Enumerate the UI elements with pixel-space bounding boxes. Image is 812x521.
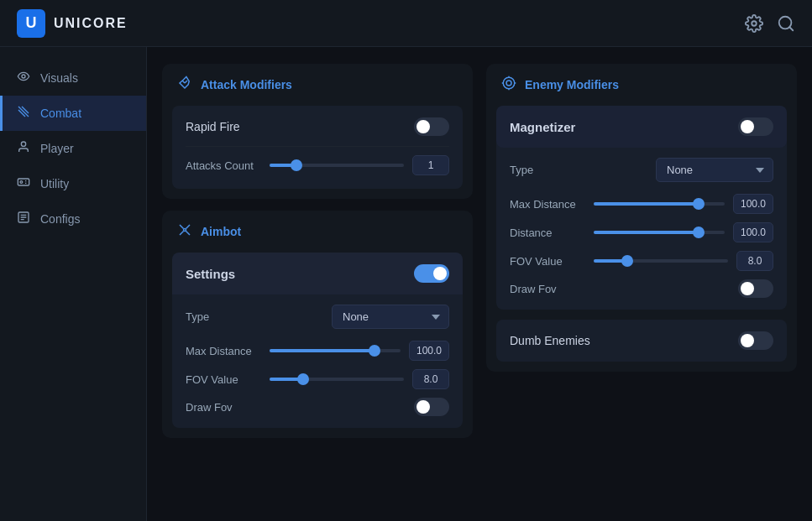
svg-line-2 xyxy=(789,27,793,30)
magnetizer-max-distance-fill xyxy=(594,202,699,206)
magnetizer-body: Type None Max Distance xyxy=(496,148,787,310)
aimbot-max-distance-thumb[interactable] xyxy=(369,345,380,357)
aimbot-settings-toggle[interactable] xyxy=(414,264,449,283)
magnetizer-draw-fov-toggle[interactable] xyxy=(738,279,773,298)
aimbot-draw-fov-toggle[interactable] xyxy=(414,398,449,416)
sidebar-item-combat-label: Combat xyxy=(40,107,81,120)
aimbot-type-label: Type xyxy=(186,310,209,323)
utility-icon xyxy=(17,175,30,192)
aimbot-fov-value: 8.0 xyxy=(412,369,449,389)
magnetizer-fov-track[interactable] xyxy=(594,259,728,263)
search-button[interactable] xyxy=(777,14,795,33)
svg-point-4 xyxy=(21,142,25,146)
svg-point-8 xyxy=(184,229,186,232)
magnetizer-distance-container xyxy=(594,231,725,234)
search-icon xyxy=(777,14,795,33)
attack-modifiers-section: Attack Modifiers Rapid Fire Attacks Coun… xyxy=(162,64,473,199)
aimbot-settings-card: Settings Type None Max Distance xyxy=(172,253,463,428)
magnetizer-fov-container xyxy=(594,259,728,263)
sidebar-item-utility[interactable]: Utility xyxy=(0,166,146,201)
aimbot-settings-label: Settings xyxy=(186,267,235,281)
aimbot-draw-fov-label: Draw Fov xyxy=(186,401,261,414)
combat-icon xyxy=(17,105,30,122)
magnetizer-max-distance-track[interactable] xyxy=(594,202,725,206)
dumb-enemies-label: Dumb Enemies xyxy=(510,334,590,347)
configs-icon xyxy=(17,211,30,227)
attacks-count-thumb[interactable] xyxy=(291,159,302,171)
dumb-enemies-toggle[interactable] xyxy=(738,331,773,350)
aimbot-icon xyxy=(177,222,192,241)
magnetizer-fov-label: FOV Value xyxy=(510,255,585,268)
sidebar-item-player[interactable]: Player xyxy=(0,131,146,166)
magnetizer-max-distance-container xyxy=(594,202,725,206)
sidebar-item-visuals[interactable]: Visuals xyxy=(0,60,146,96)
magnetizer-type-label: Type xyxy=(510,164,533,176)
rapid-fire-divider xyxy=(186,146,449,147)
main-layout: Visuals Combat Player xyxy=(0,47,812,521)
gear-icon xyxy=(745,14,763,33)
magnetizer-max-distance-thumb[interactable] xyxy=(693,198,705,210)
sidebar-item-visuals-label: Visuals xyxy=(40,71,78,85)
svg-point-0 xyxy=(752,21,757,26)
rapid-fire-label: Rapid Fire xyxy=(186,120,240,133)
magnetizer-draw-fov-row: Draw Fov xyxy=(510,273,773,301)
aimbot-type-select[interactable]: None xyxy=(332,305,449,329)
app-logo: U xyxy=(17,9,45,38)
magnetizer-max-distance-value: 100.0 xyxy=(733,194,773,214)
aimbot-fov-track[interactable] xyxy=(270,378,404,381)
enemy-modifiers-header: Enemy Modifiers xyxy=(486,64,797,106)
sidebar-item-utility-label: Utility xyxy=(40,177,69,190)
magnetizer-header: Magnetizer xyxy=(496,106,787,148)
svg-point-9 xyxy=(503,77,515,89)
svg-point-6 xyxy=(20,181,23,184)
magnetizer-fov-row: FOV Value 8.0 xyxy=(510,244,773,273)
sidebar-item-combat[interactable]: Combat xyxy=(0,96,146,131)
magnetizer-card: Magnetizer Type None Max Distance xyxy=(496,106,787,310)
aimbot-type-row: Type None xyxy=(186,300,449,334)
aimbot-header: Aimbot xyxy=(162,211,473,253)
sidebar-item-configs[interactable]: Configs xyxy=(0,201,146,237)
header-actions xyxy=(745,14,795,33)
enemy-modifiers-icon xyxy=(501,76,516,94)
magnetizer-type-select[interactable]: None xyxy=(656,158,773,182)
header-logo-area: U UNICORE xyxy=(17,9,128,38)
player-icon xyxy=(17,140,30,157)
aimbot-max-distance-label: Max Distance xyxy=(186,345,261,357)
magnetizer-toggle[interactable] xyxy=(738,117,773,136)
aimbot-fov-slider-container xyxy=(270,378,404,381)
aimbot-max-distance-track[interactable] xyxy=(270,349,401,352)
rapid-fire-card: Rapid Fire Attacks Count 1 xyxy=(172,106,463,189)
magnetizer-distance-fill xyxy=(594,231,699,234)
attack-modifiers-title: Attack Modifiers xyxy=(201,78,292,91)
visuals-icon xyxy=(17,70,30,86)
settings-button[interactable] xyxy=(745,14,763,33)
svg-point-3 xyxy=(22,75,25,78)
magnetizer-type-row: Type None xyxy=(510,153,773,187)
magnetizer-fov-thumb[interactable] xyxy=(621,255,633,267)
attacks-count-row: Attacks Count 1 xyxy=(186,148,449,177)
content-area: Attack Modifiers Rapid Fire Attacks Coun… xyxy=(147,47,812,521)
magnetizer-distance-value: 100.0 xyxy=(733,222,773,242)
magnetizer-fov-value: 8.0 xyxy=(736,251,773,271)
dumb-enemies-card: Dumb Enemies xyxy=(496,320,787,362)
aimbot-fov-row: FOV Value 8.0 xyxy=(186,362,449,391)
left-panel: Attack Modifiers Rapid Fire Attacks Coun… xyxy=(162,64,473,504)
sidebar-item-player-label: Player xyxy=(40,142,74,155)
attack-modifiers-header: Attack Modifiers xyxy=(162,64,473,106)
aimbot-fov-label: FOV Value xyxy=(186,373,261,386)
magnetizer-distance-thumb[interactable] xyxy=(693,227,705,238)
rapid-fire-toggle[interactable] xyxy=(414,117,449,136)
enemy-modifiers-title: Enemy Modifiers xyxy=(525,78,619,91)
magnetizer-max-distance-row: Max Distance 100.0 xyxy=(510,187,773,216)
aimbot-section: Aimbot Settings Type None xyxy=(162,211,473,438)
magnetizer-distance-label: Distance xyxy=(510,227,585,239)
sidebar-item-configs-label: Configs xyxy=(40,212,80,226)
aimbot-max-distance-row: Max Distance 100.0 xyxy=(186,334,449,362)
aimbot-fov-thumb[interactable] xyxy=(297,373,309,385)
attacks-count-label: Attacks Count xyxy=(186,159,261,172)
attacks-count-track[interactable] xyxy=(270,164,404,167)
magnetizer-label: Magnetizer xyxy=(510,120,575,134)
magnetizer-distance-track[interactable] xyxy=(594,231,725,234)
app-title: UNICORE xyxy=(54,16,128,31)
aimbot-settings-header: Settings xyxy=(172,253,463,294)
